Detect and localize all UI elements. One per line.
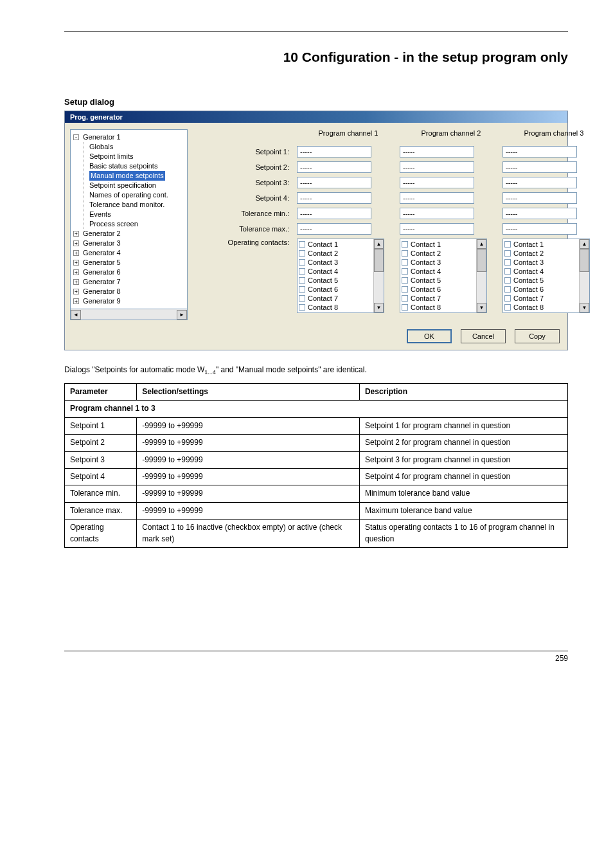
tree-node[interactable]: Process screen xyxy=(89,219,138,229)
scroll-down-icon[interactable]: ▼ xyxy=(374,303,384,312)
copy-button[interactable]: Copy xyxy=(515,329,560,343)
checkbox-icon[interactable] xyxy=(299,259,305,266)
tree-node[interactable]: Basic status setpoints xyxy=(89,161,157,171)
row-label: Setpoint 4: xyxy=(194,194,297,202)
checkbox-icon[interactable] xyxy=(504,241,511,248)
contact-label: Contact 1 xyxy=(513,240,544,249)
tolmin-ch1-input[interactable] xyxy=(297,208,371,219)
tree-node[interactable]: Generator 8 xyxy=(83,287,121,296)
contacts-list-ch1[interactable]: Contact 1 Contact 2 Contact 3 Contact 4 … xyxy=(297,239,384,313)
setpoint3-ch3-input[interactable] xyxy=(502,177,577,188)
vertical-scrollbar[interactable]: ▲▼ xyxy=(373,239,384,312)
table-row: Tolerance min.-99999 to +99999Minimum to… xyxy=(65,485,568,502)
tolmax-ch1-input[interactable] xyxy=(297,223,371,235)
collapse-icon[interactable]: - xyxy=(73,134,79,140)
checkbox-icon[interactable] xyxy=(402,295,408,302)
checkbox-icon[interactable] xyxy=(299,268,305,275)
contacts-list-ch2[interactable]: Contact 1 Contact 2 Contact 3 Contact 4 … xyxy=(400,239,487,313)
checkbox-icon[interactable] xyxy=(299,304,305,311)
contact-label: Contact 3 xyxy=(308,258,338,267)
setpoint3-ch2-input[interactable] xyxy=(400,177,474,188)
checkbox-icon[interactable] xyxy=(299,250,305,257)
contact-label: Contact 7 xyxy=(308,294,338,303)
tree-node[interactable]: Tolerance band monitor. xyxy=(89,200,164,210)
setpoint2-ch2-input[interactable] xyxy=(400,161,474,173)
setpoint4-ch1-input[interactable] xyxy=(297,192,371,204)
scroll-right-icon[interactable]: ► xyxy=(177,310,187,320)
checkbox-icon[interactable] xyxy=(402,286,408,293)
tree-node[interactable]: Generator 9 xyxy=(83,296,121,306)
table-row: Tolerance max.-99999 to +99999Maximum to… xyxy=(65,502,568,519)
tree-node[interactable]: Generator 2 xyxy=(83,229,121,239)
tree-node[interactable]: Events xyxy=(89,210,111,219)
setpoint4-ch3-input[interactable] xyxy=(502,192,577,204)
tree-node[interactable]: Names of operating cont. xyxy=(89,190,168,200)
contact-label: Contact 2 xyxy=(308,249,338,258)
checkbox-icon[interactable] xyxy=(504,250,511,257)
generator-tree[interactable]: -Generator 1 Globals Setpoint limits Bas… xyxy=(70,129,188,309)
checkbox-icon[interactable] xyxy=(402,250,408,257)
checkbox-icon[interactable] xyxy=(504,268,511,275)
expand-icon[interactable]: + xyxy=(73,298,79,304)
tree-node[interactable]: Generator 6 xyxy=(83,267,121,277)
setpoint1-ch1-input[interactable] xyxy=(297,146,371,158)
setpoint2-ch3-input[interactable] xyxy=(502,161,577,173)
scroll-down-icon[interactable]: ▼ xyxy=(477,303,486,312)
expand-icon[interactable]: + xyxy=(73,231,79,237)
tree-node[interactable]: Generator 4 xyxy=(83,248,121,258)
tolmin-ch2-input[interactable] xyxy=(400,208,474,219)
contact-label: Contact 2 xyxy=(513,249,544,258)
scroll-down-icon[interactable]: ▼ xyxy=(580,303,589,312)
checkbox-icon[interactable] xyxy=(299,295,305,302)
chapter-heading: 10 Configuration - in the setup program … xyxy=(64,50,568,65)
tolmax-ch3-input[interactable] xyxy=(502,223,577,235)
checkbox-icon[interactable] xyxy=(299,241,305,248)
scroll-left-icon[interactable]: ◄ xyxy=(71,310,81,320)
checkbox-icon[interactable] xyxy=(299,277,305,284)
tree-node[interactable]: Generator 1 xyxy=(83,132,121,142)
checkbox-icon[interactable] xyxy=(504,277,511,284)
cancel-button[interactable]: Cancel xyxy=(461,329,506,343)
contact-label: Contact 7 xyxy=(513,294,544,303)
checkbox-icon[interactable] xyxy=(402,241,408,248)
expand-icon[interactable]: + xyxy=(73,260,79,266)
checkbox-icon[interactable] xyxy=(402,304,408,311)
checkbox-icon[interactable] xyxy=(504,286,511,293)
checkbox-icon[interactable] xyxy=(504,304,511,311)
scroll-up-icon[interactable]: ▲ xyxy=(374,239,384,249)
tree-node[interactable]: Generator 3 xyxy=(83,239,121,248)
checkbox-icon[interactable] xyxy=(402,268,408,275)
setpoint3-ch1-input[interactable] xyxy=(297,177,371,188)
expand-icon[interactable]: + xyxy=(73,289,79,294)
tree-node-selected[interactable]: Manual mode setpoints xyxy=(89,171,165,181)
scroll-up-icon[interactable]: ▲ xyxy=(580,239,589,249)
scroll-up-icon[interactable]: ▲ xyxy=(477,239,486,249)
row-label: Setpoint 1: xyxy=(194,148,297,156)
expand-icon[interactable]: + xyxy=(73,240,79,246)
vertical-scrollbar[interactable]: ▲▼ xyxy=(579,239,589,312)
vertical-scrollbar[interactable]: ▲▼ xyxy=(476,239,486,312)
tolmin-ch3-input[interactable] xyxy=(502,208,577,219)
tree-node[interactable]: Setpoint specification xyxy=(89,181,156,190)
expand-icon[interactable]: + xyxy=(73,279,79,285)
checkbox-icon[interactable] xyxy=(299,286,305,293)
tolmax-ch2-input[interactable] xyxy=(400,223,474,235)
table-header: Selection/settings xyxy=(137,383,360,400)
checkbox-icon[interactable] xyxy=(504,259,511,266)
checkbox-icon[interactable] xyxy=(402,259,408,266)
expand-icon[interactable]: + xyxy=(73,250,79,256)
ok-button[interactable]: OK xyxy=(407,329,452,343)
setpoint1-ch2-input[interactable] xyxy=(400,146,474,158)
tree-node[interactable]: Globals xyxy=(89,142,113,152)
tree-node[interactable]: Setpoint limits xyxy=(89,152,133,161)
horizontal-scrollbar[interactable]: ◄ ► xyxy=(70,309,188,320)
setpoint4-ch2-input[interactable] xyxy=(400,192,474,204)
setpoint1-ch3-input[interactable] xyxy=(502,146,577,158)
expand-icon[interactable]: + xyxy=(73,269,79,275)
contacts-list-ch3[interactable]: Contact 1 Contact 2 Contact 3 Contact 4 … xyxy=(502,239,590,313)
checkbox-icon[interactable] xyxy=(402,277,408,284)
checkbox-icon[interactable] xyxy=(504,295,511,302)
setpoint2-ch1-input[interactable] xyxy=(297,161,371,173)
tree-node[interactable]: Generator 7 xyxy=(83,277,121,287)
tree-node[interactable]: Generator 5 xyxy=(83,258,121,267)
